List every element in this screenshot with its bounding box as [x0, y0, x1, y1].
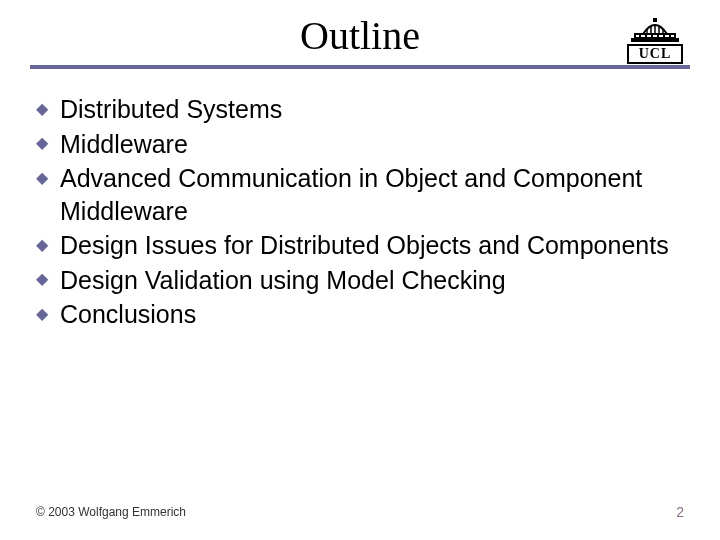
svg-rect-3 — [645, 34, 647, 38]
list-item: Conclusions — [36, 298, 684, 331]
copyright-text: © 2003 Wolfgang Emmerich — [36, 505, 186, 519]
svg-rect-4 — [651, 34, 653, 38]
svg-rect-6 — [663, 34, 665, 38]
outline-list: Distributed Systems Middleware Advanced … — [36, 93, 684, 331]
list-item: Design Issues for Distributed Objects an… — [36, 229, 684, 262]
slide-title: Outline — [300, 12, 420, 59]
svg-rect-13 — [653, 18, 657, 22]
slide-header: Outline — [0, 0, 720, 59]
list-item: Design Validation using Model Checking — [36, 264, 684, 297]
dome-icon — [631, 16, 679, 42]
list-item: Advanced Communication in Object and Com… — [36, 162, 684, 227]
svg-rect-5 — [657, 34, 659, 38]
svg-rect-2 — [639, 34, 641, 38]
list-item: Distributed Systems — [36, 93, 684, 126]
slide-container: Outline — [0, 0, 720, 540]
page-number: 2 — [676, 504, 684, 520]
logo-text: UCL — [627, 44, 683, 64]
list-item: Middleware — [36, 128, 684, 161]
slide-footer: © 2003 Wolfgang Emmerich 2 — [36, 504, 684, 520]
slide-content: Distributed Systems Middleware Advanced … — [0, 69, 720, 331]
ucl-logo: UCL — [620, 16, 690, 66]
svg-rect-7 — [669, 34, 671, 38]
